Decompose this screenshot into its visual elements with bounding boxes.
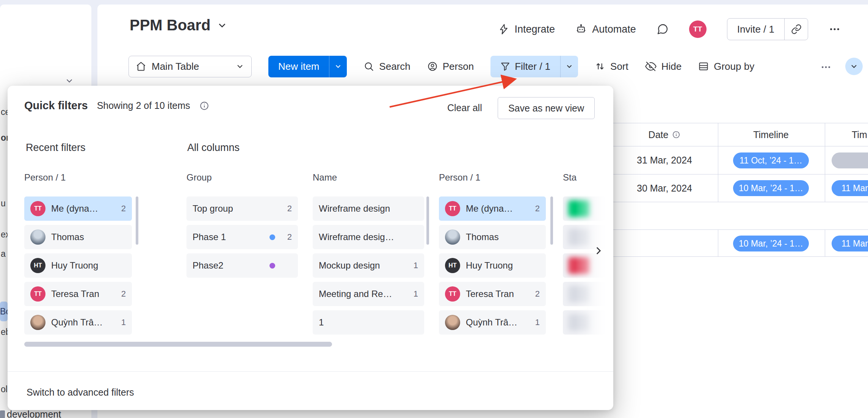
hide-label: Hide: [661, 61, 682, 72]
timeline-pill[interactable]: 10 Mar, ’24 - 1…: [733, 236, 809, 251]
person-filter-column: TT Me (dyna… 2 Thomas HT Huy Truong TT T…: [439, 196, 546, 339]
date-cell[interactable]: [623, 230, 706, 256]
filter-option-person[interactable]: Thomas: [24, 225, 132, 249]
filter-option-count: 1: [529, 317, 540, 327]
column-header-timeline[interactable]: Timeline: [733, 123, 809, 146]
filter-option-person[interactable]: Thomas: [439, 225, 546, 249]
integrate-label: Integrate: [515, 24, 555, 35]
scroll-columns-right-button[interactable]: [592, 244, 605, 257]
table-header-row: Date Timeline Tim: [605, 123, 868, 146]
sidebar-item-fragment[interactable]: u: [1, 198, 8, 209]
info-icon[interactable]: [672, 130, 680, 139]
copy-link-button[interactable]: [784, 19, 808, 40]
table-row[interactable]: 31 Mar, 2024 11 Oct, ’24 - 1…: [605, 146, 868, 174]
filter-option-person[interactable]: TT Teresa Tran 2: [439, 282, 546, 306]
filter-option-label: Teresa Tran: [51, 289, 99, 299]
sort-button[interactable]: Sort: [595, 61, 628, 72]
column-divider: [718, 229, 718, 257]
timeline-pill-empty[interactable]: [832, 152, 868, 168]
switch-to-advanced-filters-link[interactable]: Switch to advanced filters: [27, 387, 134, 398]
sidebar-item-fragment[interactable]: eb: [1, 327, 8, 337]
date-cell[interactable]: 31 Mar, 2024: [623, 146, 706, 174]
filter-option-person[interactable]: TT Teresa Tran 2: [24, 282, 132, 306]
timeline-pill[interactable]: 11 Mar: [832, 236, 868, 251]
avatar-photo: [445, 229, 460, 245]
sidebar-collapse-icon[interactable]: [64, 76, 74, 86]
info-icon[interactable]: [199, 101, 209, 111]
horizontal-scrollbar-thumb[interactable]: [24, 342, 332, 347]
new-item-button[interactable]: New item: [268, 56, 329, 77]
filter-option-name[interactable]: Wireframe desig…: [313, 225, 424, 249]
filter-option-name[interactable]: Meeting and Re… 1: [313, 282, 424, 306]
filter-button[interactable]: Filter / 1: [490, 56, 560, 77]
filter-option-person[interactable]: HT Huy Truong: [24, 253, 132, 278]
person-icon: [427, 61, 438, 72]
board-menu-button[interactable]: [829, 23, 841, 35]
filter-option-person[interactable]: Quỳnh Trâ… 1: [24, 310, 132, 335]
clear-all-button[interactable]: Clear all: [447, 102, 482, 113]
sidebar-item-development[interactable]: development: [7, 409, 61, 418]
search-button[interactable]: Search: [363, 61, 410, 72]
board-title-chevron-down-icon[interactable]: [216, 20, 228, 31]
filter-option-person[interactable]: HT Huy Truong: [439, 253, 546, 278]
column-label-person: Person / 1: [24, 172, 66, 183]
filter-option-person[interactable]: Quỳnh Trâ… 1: [439, 310, 546, 335]
avatar-initials: TT: [445, 286, 460, 302]
scrollbar-thumb[interactable]: [426, 196, 429, 245]
person-filter-button[interactable]: Person: [427, 61, 474, 72]
hide-button[interactable]: Hide: [645, 61, 682, 72]
invite-button[interactable]: Invite / 1: [727, 19, 784, 40]
filter-option-group[interactable]: Phase 1 2: [186, 225, 298, 249]
filter-option-label: Thomas: [466, 232, 499, 242]
sidebar-item-fragment[interactable]: ol: [1, 384, 8, 394]
column-header-date[interactable]: Date: [649, 129, 669, 140]
sidebar-item-fragment[interactable]: ce: [1, 107, 8, 117]
filter-option-name[interactable]: 1: [313, 310, 424, 335]
timeline-pill[interactable]: 10 Mar, ’24 - 1…: [733, 180, 809, 196]
filter-option-count: 2: [281, 232, 292, 242]
user-avatar[interactable]: TT: [689, 20, 707, 38]
filter-option-group[interactable]: Top group 2: [186, 196, 298, 221]
table-row[interactable]: 10 Mar, ’24 - 1… 11 Mar: [605, 229, 868, 257]
board-title[interactable]: PPM Board: [130, 17, 210, 34]
popup-footer-divider: [8, 371, 613, 372]
save-as-new-view-button[interactable]: Save as new view: [498, 97, 595, 119]
scrollbar-thumb[interactable]: [550, 196, 553, 245]
column-label-group: Group: [186, 172, 212, 183]
filter-option-group[interactable]: Phase2: [186, 253, 298, 278]
toolbar-more-button[interactable]: [820, 61, 832, 73]
filter-dropdown-button[interactable]: [560, 56, 578, 77]
sidebar-item-fragment[interactable]: a: [1, 249, 8, 259]
scrollbar-thumb[interactable]: [136, 196, 138, 245]
timeline-pill[interactable]: 11 Mar: [832, 180, 868, 196]
toolbar-collapse-button[interactable]: [845, 58, 863, 75]
invite-button-group: Invite / 1: [727, 18, 808, 40]
automate-label: Automate: [592, 24, 636, 35]
table-row[interactable]: 30 Mar, 2024 10 Mar, ’24 - 1… 11 Mar: [605, 174, 868, 202]
column-header-time-partial[interactable]: Tim: [852, 123, 867, 146]
filter-option-label: Phase2: [193, 260, 223, 271]
filter-option-label: Quỳnh Trâ…: [466, 317, 517, 328]
timeline-pill[interactable]: 11 Oct, ’24 - 1…: [733, 152, 809, 168]
group-color-dot: [269, 234, 275, 240]
group-by-button[interactable]: Group by: [698, 61, 754, 72]
integrate-button[interactable]: Integrate: [498, 24, 555, 35]
date-cell[interactable]: 30 Mar, 2024: [623, 174, 706, 202]
filter-option-label: 1: [319, 317, 324, 328]
view-switcher-main-table[interactable]: Main Table: [128, 56, 252, 77]
filter-option-person[interactable]: TT Me (dyna… 2: [24, 196, 132, 221]
status-column-fade: [575, 188, 613, 344]
chat-bubble-icon: [656, 23, 669, 35]
filter-option-label: Wireframe desig…: [319, 232, 394, 242]
filter-option-name[interactable]: Wireframe design: [313, 196, 424, 221]
sidebar-item-fragment[interactable]: ex: [1, 229, 8, 240]
filter-option-person[interactable]: TT Me (dyna… 2: [439, 196, 546, 221]
integrate-icon: [498, 24, 509, 35]
automate-button[interactable]: Automate: [575, 24, 636, 35]
link-icon: [791, 24, 802, 35]
filter-option-name[interactable]: Mockup design 1: [313, 253, 424, 278]
sidebar-item-fragment[interactable]: or: [1, 133, 8, 143]
chat-button[interactable]: [656, 23, 669, 35]
sidebar-item-active-fragment[interactable]: Bo: [0, 302, 8, 321]
new-item-dropdown-button[interactable]: [329, 56, 347, 77]
